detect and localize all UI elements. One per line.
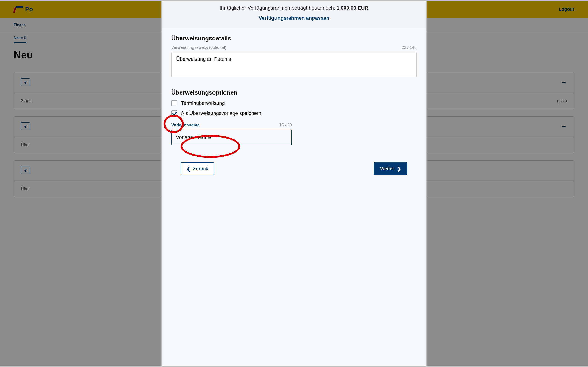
template-name-input[interactable] [171,130,292,145]
template-counter: 15 / 50 [279,123,292,127]
scheduled-transfer-row[interactable]: Terminüberweisung [171,100,417,106]
frame-border-bottom [0,366,588,367]
limit-prefix: Ihr täglicher Verfügungsrahmen beträgt h… [220,5,337,11]
transfer-modal: Ihr täglicher Verfügungsrahmen beträgt h… [161,0,427,367]
template-name-block: Vorlagenname 15 / 50 [171,123,417,145]
purpose-field-head: Verwendungszweck (optional) 22 / 140 [171,45,417,50]
purpose-label: Verwendungszweck (optional) [171,45,226,50]
adjust-limit-link[interactable]: Verfügungsrahmen anpassen [259,15,329,21]
next-label: Weiter [380,166,394,171]
back-button[interactable]: ❮ Zurück [181,162,214,175]
modal-body: Überweisungsdetails Verwendungszweck (op… [162,28,426,367]
save-template-label: Als Überweisungsvorlage speichern [181,110,261,116]
scheduled-checkbox[interactable] [171,100,177,106]
modal-footer: ❮ Zurück Weiter ❯ [171,156,417,175]
options-heading: Überweisungsoptionen [171,89,417,96]
template-head: Vorlagenname 15 / 50 [171,123,292,127]
purpose-counter: 22 / 140 [402,45,417,50]
frame-border-top [0,0,588,1]
back-label: Zurück [193,166,208,171]
template-name-label: Vorlagenname [171,123,199,127]
scheduled-label: Terminüberweisung [181,100,225,106]
details-heading: Überweisungsdetails [171,35,417,42]
chevron-left-icon: ❮ [187,166,191,171]
daily-limit-text: Ihr täglicher Verfügungsrahmen beträgt h… [167,5,421,11]
chevron-right-icon: ❯ [397,166,401,171]
save-template-checkbox[interactable] [171,110,177,116]
save-template-row[interactable]: Als Überweisungsvorlage speichern [171,110,417,116]
limit-amount: 1.000,00 EUR [337,5,368,11]
modal-limit-banner: Ihr täglicher Verfügungsrahmen beträgt h… [162,0,426,28]
purpose-input[interactable] [171,52,417,77]
next-button[interactable]: Weiter ❯ [374,162,407,175]
